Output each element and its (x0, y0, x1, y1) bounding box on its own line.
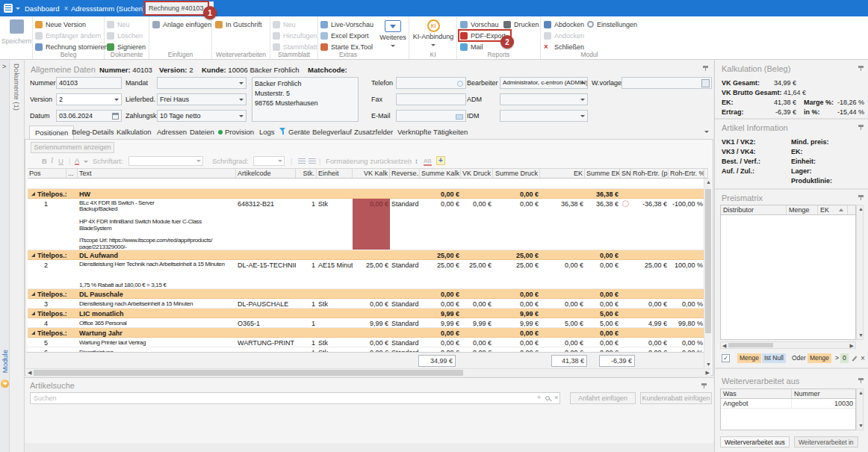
dokument-neu-button[interactable]: Neu (107, 19, 130, 29)
app-menu-icon[interactable] (4, 4, 13, 13)
einstellungen-button[interactable]: Einstellungen (587, 19, 637, 29)
clear-icon[interactable]: × (554, 394, 558, 401)
vertical-scrollbar[interactable]: ▲ ▼ (704, 179, 711, 368)
neue-version-button[interactable]: Neue Version (35, 19, 86, 29)
ab-button[interactable]: AB (424, 158, 432, 166)
empfaenger-aendern-button[interactable]: Empfänger ändern (35, 31, 102, 40)
table-row[interactable] (28, 179, 704, 189)
adm-field[interactable] (500, 93, 588, 105)
vertical-scrollbar[interactable]: ▲ ▼ (856, 205, 864, 340)
table-row[interactable]: 2Dienstleistung Herr Technik nach Arbeit… (28, 260, 704, 289)
save-button[interactable]: Speichern (0, 19, 33, 45)
numbered-list-icon[interactable] (309, 158, 316, 165)
table-row[interactable]: Titelpos.:HW0,00 €0,00 €36,38 € (28, 189, 704, 199)
table-row[interactable]: 1BLc 4X FDR IB Switch - Server Backup/Ba… (28, 199, 704, 250)
tab-dashboard[interactable]: Dashboard × (21, 0, 72, 16)
dokumente-dock-tab[interactable]: Dokumente (1) (10, 60, 25, 452)
italic-button[interactable]: I (51, 157, 53, 164)
module-tab[interactable]: Module (1, 350, 9, 373)
weiteres-button[interactable]: Weiteres (378, 20, 408, 49)
expand-icon[interactable]: > (2, 63, 6, 70)
scrollbar-thumb[interactable] (705, 189, 711, 333)
tab-weiterverarbeitet-aus[interactable]: Weiterverarbeitet aus (720, 436, 790, 448)
live-vorschau-button[interactable]: Live-Vorschau (320, 19, 373, 29)
telefon-field[interactable] (396, 77, 466, 89)
hinzufuegen-button[interactable]: Hinzufügen (273, 31, 317, 40)
abdocken-button[interactable]: Abdocken (544, 19, 584, 29)
font-family-select[interactable] (128, 156, 203, 166)
add-icon[interactable]: + (436, 156, 445, 165)
calendar-icon[interactable] (112, 113, 119, 120)
table-row[interactable]: Titelpos.:Wartung Jahr0,00 €0,00 €0,00 € (28, 328, 704, 338)
filter-chip-menge2[interactable]: Menge (807, 353, 831, 363)
nummer-field[interactable]: 40103 (56, 77, 122, 89)
reset-format-button[interactable]: Formatierung zurücksetzen (326, 157, 412, 165)
tab-zusatzfelder[interactable]: Zusatzfelder (349, 126, 398, 139)
bold-button[interactable]: B (42, 157, 47, 165)
table-row[interactable]: Titelpos.:LIC monatlich9,99 €9,99 €5,00 … (28, 309, 704, 318)
seriennummern-button[interactable]: Seriennummern anzeigen (31, 142, 114, 153)
module-icon[interactable] (1, 380, 9, 388)
table-row[interactable]: Titelpos.:DL Aufwand25,00 €25,00 €0,00 € (28, 250, 704, 260)
search-icon[interactable] (545, 396, 550, 400)
lieferbed-field[interactable]: Frei Haus (157, 93, 247, 105)
weiterverarbeitet-table[interactable]: Was Nummer Angebot 10030 (720, 388, 856, 430)
idm-field[interactable] (500, 110, 588, 122)
filter-chip-zero[interactable]: 0 (840, 353, 849, 363)
fax-field[interactable] (396, 93, 466, 105)
anlage-einfuegen-button[interactable]: Anlage einfügen (152, 19, 211, 29)
drucken-button[interactable]: Drucken (503, 19, 539, 29)
email-field[interactable] (396, 110, 466, 122)
filter-checkbox[interactable]: ✓ (722, 354, 730, 362)
bearbeiter-field[interactable]: Administrator, c-entron (ADMIN) (500, 77, 588, 89)
dokument-loeschen-button[interactable]: Löschen (107, 31, 143, 40)
version-field[interactable]: 2 (56, 93, 122, 105)
pin-icon[interactable] (858, 64, 864, 71)
positions-table-header[interactable]: Pos...TextArtikelcodeStk.EinheitVK KalkR… (28, 168, 708, 179)
vertical-scrollbar[interactable]: ▲ ▼ (856, 388, 864, 430)
ki-anbindung-button[interactable]: KI KI-Anbindung (411, 19, 456, 48)
excel-export-button[interactable]: Excel Export (320, 31, 369, 40)
anfahrt-einfuegen-button[interactable]: Anfahrt einfügen (570, 392, 636, 404)
datum-field[interactable]: 03.06.2024 (56, 110, 122, 122)
pin-icon[interactable] (701, 382, 707, 388)
bullet-list-icon[interactable] (298, 158, 306, 165)
tab-provision[interactable]: Provision (213, 126, 259, 139)
pin-icon[interactable] (858, 377, 864, 383)
pin-icon[interactable] (858, 194, 864, 200)
table-row[interactable]: Titelpos.:DL Pauschale0,00 €0,00 €0,00 € (28, 289, 704, 299)
table-row[interactable]: 5Wartung Printer laut VertragWARTUNG-PRI… (28, 338, 704, 347)
vorschau-button[interactable]: Vorschau (460, 19, 499, 29)
clear-filter-icon[interactable]: × (861, 354, 865, 362)
tab-overflow-icon[interactable] (704, 131, 709, 133)
font-size-select[interactable] (253, 156, 285, 166)
horizontal-scrollbar[interactable]: ◀ ▶ (720, 341, 856, 349)
filter-chip-menge[interactable]: Menge (737, 353, 761, 363)
filter-chip-istnull[interactable]: Ist Null (762, 353, 786, 363)
tab-kalkulation[interactable]: Kalkulation (111, 126, 156, 139)
kunde-adresse-box[interactable]: Bäcker Fröhlich Musterstr. 5 98765 Muste… (252, 77, 359, 122)
table-row[interactable]: 4Office 365 PersonalO365-119,99 €Standar… (28, 318, 704, 328)
artikel-search-input[interactable]: Suchen (30, 392, 560, 404)
horizontal-scrollbar[interactable]: ◀ ▶ (26, 368, 711, 376)
stammblatt-neu-button[interactable]: Neu (273, 19, 296, 29)
table-row[interactable]: 3Dienstleistung nach Arbeitseinheit à 15… (28, 299, 704, 309)
tab-verknuepfte-taetigkeiten[interactable]: Verknüpfte Tätigkeiten (392, 126, 473, 139)
pin-icon[interactable] (702, 64, 709, 71)
kundenrabatt-einfuegen-button[interactable]: Kundenrabatt einfügen (640, 392, 712, 404)
chevron-down-icon[interactable] (84, 161, 88, 163)
scrollbar-thumb[interactable] (34, 370, 463, 376)
underline-button[interactable]: U (58, 157, 63, 165)
table-row[interactable]: Angebot 10030 (721, 399, 855, 409)
plus-icon[interactable]: + (537, 394, 541, 401)
edit-filter-icon[interactable] (852, 356, 857, 361)
in-gutschrift-button[interactable]: In Gutschrift (215, 19, 262, 29)
line-spacing-icon[interactable]: ↕ (415, 157, 418, 165)
save-template-icon[interactable] (701, 79, 710, 87)
andocken-button[interactable]: Andocken (544, 31, 584, 40)
zahlungsk-field[interactable]: 10 Tage netto (157, 110, 247, 122)
preismatrix-table[interactable]: Distributor Menge EK (720, 205, 856, 340)
font-color-button[interactable]: A (75, 157, 79, 165)
mandat-field[interactable] (157, 77, 247, 89)
tab-weiterverarbeitet-in[interactable]: Weiterverarbeitet in (794, 436, 858, 448)
